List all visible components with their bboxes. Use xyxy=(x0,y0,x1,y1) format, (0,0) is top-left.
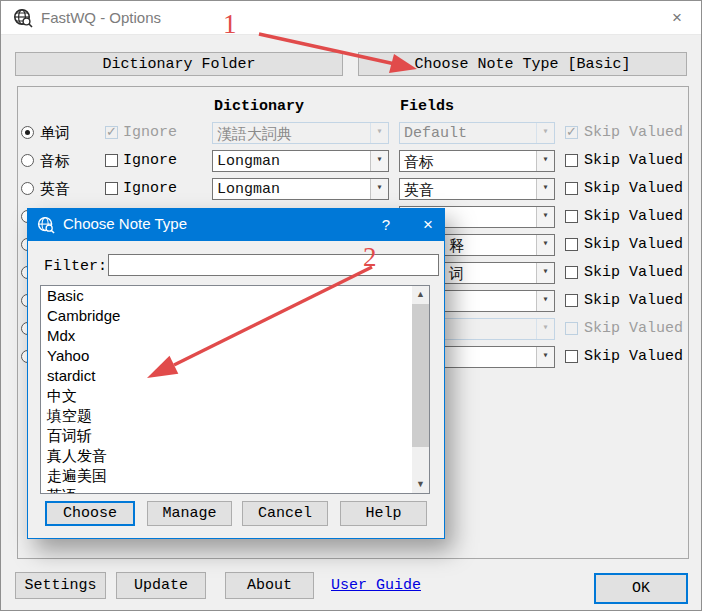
choose-button[interactable]: Choose xyxy=(45,501,135,526)
cancel-button[interactable]: Cancel xyxy=(242,501,328,526)
table-row: 音标 Ignore Longman▾ 音标▾ Skip Valued xyxy=(18,150,688,172)
skip-valued-checkbox[interactable] xyxy=(565,266,578,279)
ok-button[interactable]: OK xyxy=(594,573,688,604)
list-item[interactable]: 中文 xyxy=(41,386,429,406)
list-item[interactable]: 英语 xyxy=(41,486,429,494)
choose-note-type-dialog: Choose Note Type ? × Filter: Basic Cambr… xyxy=(27,208,445,539)
options-window: FastWQ - Options × Dictionary Folder Cho… xyxy=(0,0,702,611)
table-row: 单词 Ignore 漢語大詞典▾ Default▾ Skip Valued xyxy=(18,122,688,144)
skip-valued-checkbox[interactable] xyxy=(565,238,578,251)
close-icon[interactable]: × xyxy=(663,5,691,31)
title-bar: FastWQ - Options × xyxy=(1,1,701,35)
manage-button[interactable]: Manage xyxy=(147,501,232,526)
scrollbar-down-icon[interactable]: ▼ xyxy=(412,476,429,493)
phonetic-radio[interactable] xyxy=(21,154,34,167)
ignore-label: Ignore xyxy=(123,124,177,141)
list-item[interactable]: stardict xyxy=(41,366,429,386)
chevron-down-icon: ▾ xyxy=(536,291,554,311)
chevron-down-icon: ▾ xyxy=(536,235,554,255)
uk-sound-radio[interactable] xyxy=(21,182,34,195)
list-item[interactable]: 走遍美国 xyxy=(41,466,429,486)
chevron-down-icon: ▾ xyxy=(370,151,388,171)
help-button[interactable]: Help xyxy=(340,501,427,526)
skip-valued-label: Skip Valued xyxy=(584,320,683,337)
ignore-checkbox xyxy=(105,126,118,139)
chevron-down-icon: ▾ xyxy=(536,207,554,227)
dialog-title-bar: Choose Note Type ? × xyxy=(28,209,444,241)
skip-valued-label: Skip Valued xyxy=(584,236,683,253)
list-item[interactable]: Cambridge xyxy=(41,306,429,326)
field-select[interactable]: 英音▾ xyxy=(399,178,555,200)
list-item[interactable]: 百词斩 xyxy=(41,426,429,446)
ignore-checkbox[interactable] xyxy=(105,154,118,167)
row-label: 单词 xyxy=(40,124,70,143)
chevron-down-icon: ▾ xyxy=(536,319,554,339)
dictionary-select[interactable]: Longman▾ xyxy=(212,178,389,200)
scrollbar-up-icon[interactable]: ▲ xyxy=(412,286,429,303)
fastwq-globe-icon xyxy=(37,216,55,234)
window-title: FastWQ - Options xyxy=(41,9,161,26)
chevron-down-icon: ▾ xyxy=(536,151,554,171)
field-select[interactable]: 音标▾ xyxy=(399,150,555,172)
skip-valued-checkbox xyxy=(565,322,578,335)
field-select: Default▾ xyxy=(399,122,555,144)
skip-valued-checkbox[interactable] xyxy=(565,182,578,195)
chevron-down-icon: ▾ xyxy=(536,347,554,367)
skip-valued-label: Skip Valued xyxy=(584,264,683,281)
close-icon[interactable]: × xyxy=(412,209,444,241)
update-button[interactable]: Update xyxy=(116,572,206,599)
fields-column-header: Fields xyxy=(400,98,454,115)
filter-label: Filter: xyxy=(44,258,107,275)
about-button[interactable]: About xyxy=(225,572,314,599)
chevron-down-icon: ▾ xyxy=(536,123,554,143)
skip-valued-checkbox xyxy=(565,126,578,139)
dictionary-folder-button[interactable]: Dictionary Folder xyxy=(15,52,343,76)
settings-button[interactable]: Settings xyxy=(15,572,106,599)
list-item[interactable]: Basic xyxy=(41,286,429,306)
skip-valued-label: Skip Valued xyxy=(584,180,683,197)
dictionary-column-header: Dictionary xyxy=(214,98,304,115)
fastwq-globe-icon xyxy=(13,8,33,28)
dialog-title: Choose Note Type xyxy=(63,215,187,232)
help-icon[interactable]: ? xyxy=(370,209,402,241)
table-row: 英音 Ignore Longman▾ 英音▾ Skip Valued xyxy=(18,178,688,200)
list-item[interactable]: 填空题 xyxy=(41,406,429,426)
row-label: 英音 xyxy=(40,180,70,199)
dictionary-select: 漢語大詞典▾ xyxy=(212,122,389,144)
user-guide-link[interactable]: User Guide xyxy=(331,577,421,594)
skip-valued-label: Skip Valued xyxy=(584,152,683,169)
chevron-down-icon: ▾ xyxy=(536,263,554,283)
skip-valued-checkbox[interactable] xyxy=(565,294,578,307)
list-item[interactable]: 真人发音 xyxy=(41,446,429,466)
skip-valued-checkbox[interactable] xyxy=(565,350,578,363)
filter-input[interactable] xyxy=(108,254,439,276)
ignore-label: Ignore xyxy=(123,180,177,197)
chevron-down-icon: ▾ xyxy=(370,123,388,143)
note-type-list: Basic Cambridge Mdx Yahoo stardict 中文 填空… xyxy=(40,285,430,494)
choose-note-type-button[interactable]: Choose Note Type [Basic] xyxy=(358,52,687,76)
list-item[interactable]: Yahoo xyxy=(41,346,429,366)
skip-valued-checkbox[interactable] xyxy=(565,210,578,223)
word-radio[interactable] xyxy=(21,126,34,139)
list-item[interactable]: Mdx xyxy=(41,326,429,346)
chevron-down-icon: ▾ xyxy=(370,179,388,199)
scrollbar-thumb[interactable] xyxy=(412,304,429,447)
dictionary-select[interactable]: Longman▾ xyxy=(212,150,389,172)
skip-valued-label: Skip Valued xyxy=(584,208,683,225)
ignore-checkbox[interactable] xyxy=(105,182,118,195)
skip-valued-label: Skip Valued xyxy=(584,124,683,141)
row-label: 音标 xyxy=(40,152,70,171)
scrollbar[interactable]: ▲ ▼ xyxy=(412,286,429,493)
ignore-label: Ignore xyxy=(123,152,177,169)
chevron-down-icon: ▾ xyxy=(536,179,554,199)
skip-valued-checkbox[interactable] xyxy=(565,154,578,167)
skip-valued-label: Skip Valued xyxy=(584,292,683,309)
skip-valued-label: Skip Valued xyxy=(584,348,683,365)
